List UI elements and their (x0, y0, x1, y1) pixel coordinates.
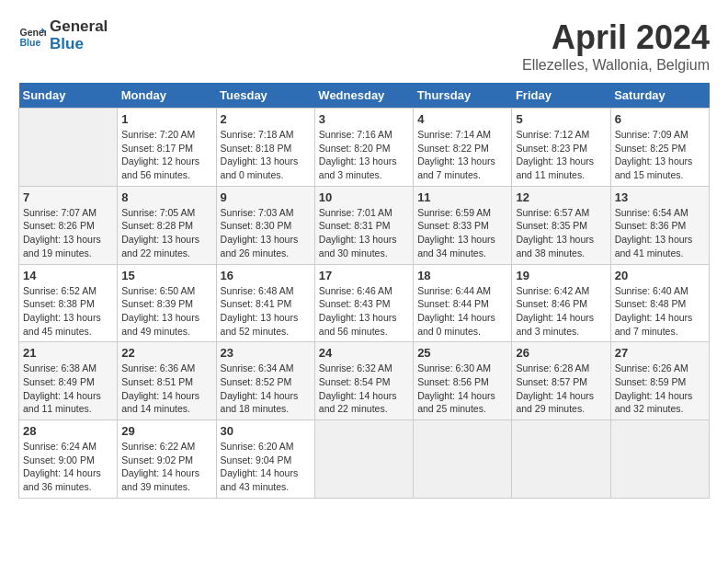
calendar-cell: 9Sunrise: 7:03 AM Sunset: 8:30 PM Daylig… (216, 186, 314, 264)
calendar-cell: 29Sunrise: 6:22 AM Sunset: 9:02 PM Dayli… (118, 420, 216, 499)
day-number: 28 (23, 424, 113, 438)
day-info: Sunrise: 6:34 AM Sunset: 8:52 PM Dayligh… (221, 362, 311, 416)
calendar-cell: 20Sunrise: 6:40 AM Sunset: 8:48 PM Dayli… (610, 264, 709, 342)
day-info: Sunrise: 6:28 AM Sunset: 8:57 PM Dayligh… (516, 362, 606, 416)
day-number: 19 (516, 269, 606, 282)
day-number: 2 (221, 112, 311, 126)
day-info: Sunrise: 6:32 AM Sunset: 8:54 PM Dayligh… (319, 362, 409, 416)
day-info: Sunrise: 7:12 AM Sunset: 8:23 PM Dayligh… (516, 128, 606, 182)
day-info: Sunrise: 6:46 AM Sunset: 8:43 PM Dayligh… (319, 284, 409, 339)
logo-icon: General Blue (18, 22, 46, 50)
calendar-cell: 30Sunrise: 6:20 AM Sunset: 9:04 PM Dayli… (216, 420, 314, 499)
calendar-cell: 10Sunrise: 7:01 AM Sunset: 8:31 PM Dayli… (314, 186, 413, 264)
day-number: 13 (615, 190, 705, 204)
day-info: Sunrise: 7:01 AM Sunset: 8:31 PM Dayligh… (319, 206, 409, 260)
day-info: Sunrise: 6:54 AM Sunset: 8:36 PM Dayligh… (615, 206, 705, 260)
calendar-cell: 23Sunrise: 6:34 AM Sunset: 8:52 PM Dayli… (216, 342, 314, 420)
calendar-table: SundayMondayTuesdayWednesdayThursdayFrid… (18, 83, 710, 499)
day-number: 17 (319, 269, 409, 282)
calendar-cell (610, 420, 709, 499)
svg-text:Blue: Blue (20, 36, 41, 47)
day-info: Sunrise: 7:20 AM Sunset: 8:17 PM Dayligh… (121, 128, 211, 182)
calendar-week-row: 14Sunrise: 6:52 AM Sunset: 8:38 PM Dayli… (19, 264, 710, 342)
day-number: 4 (417, 112, 507, 126)
day-info: Sunrise: 6:22 AM Sunset: 9:02 PM Dayligh… (121, 440, 211, 494)
title-block: April 2024 Ellezelles, Wallonia, Belgium (522, 18, 710, 74)
day-info: Sunrise: 7:09 AM Sunset: 8:25 PM Dayligh… (615, 128, 705, 182)
calendar-cell: 26Sunrise: 6:28 AM Sunset: 8:57 PM Dayli… (512, 342, 610, 420)
calendar-cell: 28Sunrise: 6:24 AM Sunset: 9:00 PM Dayli… (19, 420, 118, 499)
header-cell-saturday: Saturday (610, 83, 709, 109)
day-info: Sunrise: 7:18 AM Sunset: 8:18 PM Dayligh… (221, 128, 311, 182)
day-info: Sunrise: 6:36 AM Sunset: 8:51 PM Dayligh… (121, 362, 211, 416)
day-info: Sunrise: 6:40 AM Sunset: 8:48 PM Dayligh… (615, 284, 705, 339)
day-number: 22 (121, 346, 211, 360)
day-number: 29 (121, 424, 211, 438)
calendar-cell: 19Sunrise: 6:42 AM Sunset: 8:46 PM Dayli… (512, 264, 610, 342)
calendar-cell: 14Sunrise: 6:52 AM Sunset: 8:38 PM Dayli… (19, 264, 118, 342)
calendar-cell: 27Sunrise: 6:26 AM Sunset: 8:59 PM Dayli… (610, 342, 709, 420)
day-number: 27 (615, 346, 705, 360)
day-number: 1 (121, 112, 211, 126)
day-info: Sunrise: 6:57 AM Sunset: 8:35 PM Dayligh… (516, 206, 606, 260)
day-number: 3 (319, 112, 409, 126)
calendar-cell: 22Sunrise: 6:36 AM Sunset: 8:51 PM Dayli… (118, 342, 216, 420)
calendar-cell (314, 420, 413, 499)
header-cell-sunday: Sunday (19, 83, 118, 109)
day-number: 18 (417, 269, 507, 282)
day-info: Sunrise: 7:05 AM Sunset: 8:28 PM Dayligh… (121, 206, 211, 260)
calendar-header: SundayMondayTuesdayWednesdayThursdayFrid… (19, 83, 710, 109)
header-cell-friday: Friday (512, 83, 610, 109)
calendar-cell: 7Sunrise: 7:07 AM Sunset: 8:26 PM Daylig… (19, 186, 118, 264)
day-info: Sunrise: 6:24 AM Sunset: 9:00 PM Dayligh… (23, 440, 113, 494)
day-number: 16 (221, 269, 311, 282)
calendar-cell: 13Sunrise: 6:54 AM Sunset: 8:36 PM Dayli… (610, 186, 709, 264)
page-header: General Blue General Blue April 2024 Ell… (18, 18, 710, 74)
day-number: 25 (417, 346, 507, 360)
day-info: Sunrise: 7:03 AM Sunset: 8:30 PM Dayligh… (221, 206, 311, 260)
header-cell-monday: Monday (118, 83, 216, 109)
calendar-week-row: 1Sunrise: 7:20 AM Sunset: 8:17 PM Daylig… (19, 109, 710, 187)
day-info: Sunrise: 6:59 AM Sunset: 8:33 PM Dayligh… (417, 206, 507, 260)
day-info: Sunrise: 7:16 AM Sunset: 8:20 PM Dayligh… (319, 128, 409, 182)
calendar-cell: 15Sunrise: 6:50 AM Sunset: 8:39 PM Dayli… (118, 264, 216, 342)
day-number: 9 (221, 190, 311, 204)
day-info: Sunrise: 6:38 AM Sunset: 8:49 PM Dayligh… (23, 362, 113, 416)
header-row: SundayMondayTuesdayWednesdayThursdayFrid… (19, 83, 710, 109)
day-number: 11 (417, 190, 507, 204)
header-cell-wednesday: Wednesday (314, 83, 413, 109)
calendar-cell: 1Sunrise: 7:20 AM Sunset: 8:17 PM Daylig… (118, 109, 216, 187)
calendar-cell: 18Sunrise: 6:44 AM Sunset: 8:44 PM Dayli… (414, 264, 512, 342)
calendar-cell (414, 420, 512, 499)
calendar-cell: 5Sunrise: 7:12 AM Sunset: 8:23 PM Daylig… (512, 109, 610, 187)
day-number: 5 (516, 112, 606, 126)
calendar-cell: 25Sunrise: 6:30 AM Sunset: 8:56 PM Dayli… (414, 342, 512, 420)
logo: General Blue General Blue (18, 18, 108, 52)
day-number: 6 (615, 112, 705, 126)
day-number: 12 (516, 190, 606, 204)
day-info: Sunrise: 6:20 AM Sunset: 9:04 PM Dayligh… (221, 440, 311, 494)
calendar-cell: 17Sunrise: 6:46 AM Sunset: 8:43 PM Dayli… (314, 264, 413, 342)
day-number: 8 (121, 190, 211, 204)
day-info: Sunrise: 7:07 AM Sunset: 8:26 PM Dayligh… (23, 206, 113, 260)
day-info: Sunrise: 6:48 AM Sunset: 8:41 PM Dayligh… (221, 284, 311, 339)
header-cell-tuesday: Tuesday (216, 83, 314, 109)
day-number: 23 (221, 346, 311, 360)
day-info: Sunrise: 6:50 AM Sunset: 8:39 PM Dayligh… (121, 284, 211, 339)
day-number: 15 (121, 269, 211, 282)
logo-blue-text: Blue (50, 36, 108, 53)
calendar-cell: 4Sunrise: 7:14 AM Sunset: 8:22 PM Daylig… (414, 109, 512, 187)
calendar-cell: 3Sunrise: 7:16 AM Sunset: 8:20 PM Daylig… (314, 109, 413, 187)
day-number: 30 (221, 424, 311, 438)
calendar-cell (512, 420, 610, 499)
day-number: 14 (23, 269, 113, 282)
calendar-week-row: 28Sunrise: 6:24 AM Sunset: 9:00 PM Dayli… (19, 420, 710, 499)
calendar-body: 1Sunrise: 7:20 AM Sunset: 8:17 PM Daylig… (19, 109, 710, 499)
day-info: Sunrise: 6:52 AM Sunset: 8:38 PM Dayligh… (23, 284, 113, 339)
location-subtitle: Ellezelles, Wallonia, Belgium (522, 57, 710, 74)
day-number: 21 (23, 346, 113, 360)
calendar-week-row: 7Sunrise: 7:07 AM Sunset: 8:26 PM Daylig… (19, 186, 710, 264)
day-number: 7 (23, 190, 113, 204)
day-info: Sunrise: 6:30 AM Sunset: 8:56 PM Dayligh… (417, 362, 507, 416)
month-year-title: April 2024 (522, 18, 710, 57)
